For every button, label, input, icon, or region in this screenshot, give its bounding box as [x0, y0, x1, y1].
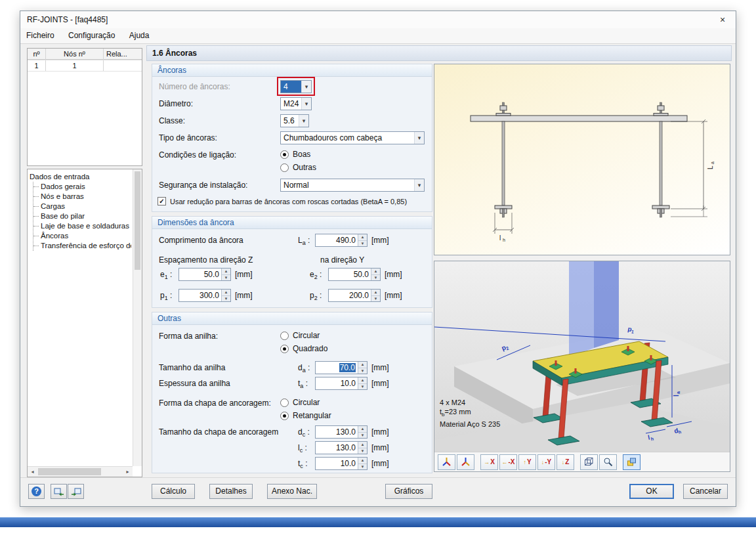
tree-vertical-scrollbar[interactable]: [133, 169, 142, 466]
tree-item-nos-e-barras[interactable]: Nós e barras: [33, 192, 131, 202]
details-button[interactable]: Detalhes: [209, 484, 253, 499]
p1-input[interactable]: 300.0 ▲▼: [178, 289, 231, 302]
cube-icon: [584, 457, 594, 467]
info-material: Material Aço S 235: [440, 420, 500, 429]
spin-up-icon[interactable]: ▲: [358, 458, 367, 464]
washer-thickness-label: Espessura da anilha: [159, 378, 230, 389]
p2-input[interactable]: 200.0 ▲▼: [328, 289, 381, 302]
close-icon[interactable]: ×: [715, 13, 730, 26]
radio-unselected-icon: [280, 163, 289, 172]
spin-up-icon[interactable]: ▲: [222, 290, 230, 296]
table-row[interactable]: 1 1: [28, 60, 142, 72]
scrollbar-thumb[interactable]: [38, 468, 101, 475]
svg-text:l: l: [673, 395, 680, 397]
tree-item-transferencia[interactable]: Transferência de esforço de co: [33, 241, 131, 251]
radio-washer-square[interactable]: Quadrado: [280, 343, 327, 354]
lc-input[interactable]: 130.0 ▲▼: [315, 441, 368, 454]
tree-item-base-do-pilar[interactable]: Base do pilar: [33, 211, 131, 221]
render-mode-button[interactable]: [623, 454, 640, 470]
view-against-x-button[interactable]: ← -X: [499, 454, 517, 470]
checkbox-checked-icon[interactable]: ✓: [158, 197, 166, 205]
view-in-z-button[interactable]: ↓ Z: [556, 454, 574, 470]
spin-up-icon[interactable]: ▲: [358, 362, 367, 368]
isometric-axes-icon: [461, 457, 471, 467]
menu-configuracao[interactable]: Configuração: [62, 28, 121, 43]
unit-label: [mm]: [371, 457, 389, 470]
dropdown-arrow-icon: ▾: [414, 132, 424, 144]
menu-ficheiro[interactable]: Ficheiro: [20, 28, 60, 43]
num-anchors-combobox[interactable]: 4 ▾: [280, 80, 312, 93]
class-combobox[interactable]: 5.6 ▾: [280, 114, 309, 127]
spin-down-icon[interactable]: ▼: [358, 241, 367, 247]
anchor-length-input[interactable]: 490.0 ▲▼: [315, 234, 368, 247]
group-ancoras: Âncoras Número de âncoras: 4 ▾ Diâmetro:…: [152, 64, 432, 212]
washer-size-input[interactable]: 70.0 ▲▼: [315, 361, 368, 374]
spin-up-icon[interactable]: ▲: [371, 290, 380, 296]
tree-item-laje-de-base[interactable]: Laje de base e soldaduras: [33, 221, 131, 231]
ok-button[interactable]: OK: [629, 484, 674, 499]
unit-label: [mm]: [235, 289, 253, 302]
radio-unselected-icon: [280, 332, 289, 340]
tree-item-cargas[interactable]: Cargas: [33, 202, 131, 211]
tc-input[interactable]: 10.0 ▲▼: [315, 457, 368, 470]
washer-thickness-input[interactable]: 10.0 ▲▼: [315, 377, 368, 390]
spin-down-icon[interactable]: ▼: [358, 433, 367, 439]
e1-symbol: e1 :: [160, 268, 172, 284]
spin-down-icon[interactable]: ▼: [358, 368, 367, 374]
group-dimensoes-title: Dimensões da âncora: [152, 217, 432, 229]
radio-washer-circular[interactable]: Circular: [280, 330, 320, 341]
diameter-combobox[interactable]: M24 ▾: [280, 97, 312, 110]
magnifier-icon: [603, 457, 613, 467]
spin-up-icon[interactable]: ▲: [371, 269, 380, 275]
e1-input[interactable]: 50.0 ▲▼: [178, 268, 231, 281]
view-in-y-button[interactable]: ↑ Y: [518, 454, 536, 470]
spin-down-icon[interactable]: ▼: [222, 275, 230, 281]
scroll-left-icon[interactable]: ◂: [28, 467, 37, 477]
spin-down-icon[interactable]: ▼: [371, 275, 380, 281]
spin-up-icon[interactable]: ▲: [358, 442, 367, 448]
zoom-button[interactable]: [599, 454, 617, 470]
installation-safety-combobox[interactable]: Normal ▾: [280, 179, 425, 192]
tree-root-dados-de-entrada[interactable]: Dados de entrada: [30, 171, 131, 182]
isometric-view-button-1[interactable]: [438, 454, 455, 470]
transfer-input-button-2[interactable]: [68, 484, 84, 499]
tree-item-dados-gerais[interactable]: Dados gerais: [33, 182, 131, 192]
spin-up-icon[interactable]: ▲: [358, 234, 367, 241]
cancel-button[interactable]: Cancelar: [683, 484, 728, 499]
scroll-right-icon[interactable]: ▸: [123, 467, 133, 477]
tree-item-ancoras[interactable]: Âncoras: [33, 231, 131, 241]
radio-plate-rectangular[interactable]: Retangular: [280, 410, 331, 421]
view-in-x-button[interactable]: → X: [480, 454, 498, 470]
spin-down-icon[interactable]: ▼: [358, 448, 367, 454]
spin-down-icon[interactable]: ▼: [358, 384, 367, 390]
plate-shape-label: Forma da chapa de ancoragem:: [159, 398, 271, 408]
spin-down-icon[interactable]: ▼: [371, 296, 380, 302]
menu-ajuda[interactable]: Ajuda: [123, 28, 156, 43]
e2-input[interactable]: 50.0 ▲▼: [328, 268, 381, 281]
calculation-button[interactable]: Cálculo: [152, 484, 195, 499]
anchor-diagram: L a l h: [434, 64, 730, 255]
spin-up-icon[interactable]: ▲: [222, 269, 230, 275]
spin-down-icon[interactable]: ▼: [358, 464, 367, 470]
anchor-type-combobox[interactable]: Chumbadouros com cabeça ▾: [280, 131, 425, 144]
radio-conditions-good[interactable]: Boas: [280, 149, 310, 160]
graphics-button[interactable]: Gráficos: [385, 484, 432, 499]
render-3d-viewport[interactable]: p 1 p 2 l a l h d h: [434, 261, 730, 452]
dc-input[interactable]: 130.0 ▲▼: [315, 425, 368, 439]
layers-icon: [627, 457, 637, 467]
radio-plate-circular[interactable]: Circular: [280, 397, 320, 408]
reduction-checkbox-row[interactable]: ✓ Usar redução para barras de âncoras co…: [158, 197, 407, 205]
tree-horizontal-scrollbar[interactable]: ◂ ▸: [28, 466, 133, 477]
spin-down-icon[interactable]: ▼: [222, 296, 230, 302]
view-against-y-button[interactable]: ↓ -Y: [537, 454, 555, 470]
isometric-view-button-2[interactable]: [457, 454, 474, 470]
radio-conditions-other[interactable]: Outras: [280, 162, 316, 173]
scrollbar-thumb[interactable]: [135, 171, 140, 270]
help-button[interactable]: ?: [28, 484, 45, 499]
perspective-view-button[interactable]: [580, 454, 598, 470]
national-annex-button[interactable]: Anexo Nac.: [267, 484, 317, 499]
spin-up-icon[interactable]: ▲: [358, 377, 367, 384]
group-outras-title: Outras: [152, 313, 432, 325]
transfer-input-button-1[interactable]: [51, 484, 67, 499]
spin-up-icon[interactable]: ▲: [358, 426, 367, 433]
